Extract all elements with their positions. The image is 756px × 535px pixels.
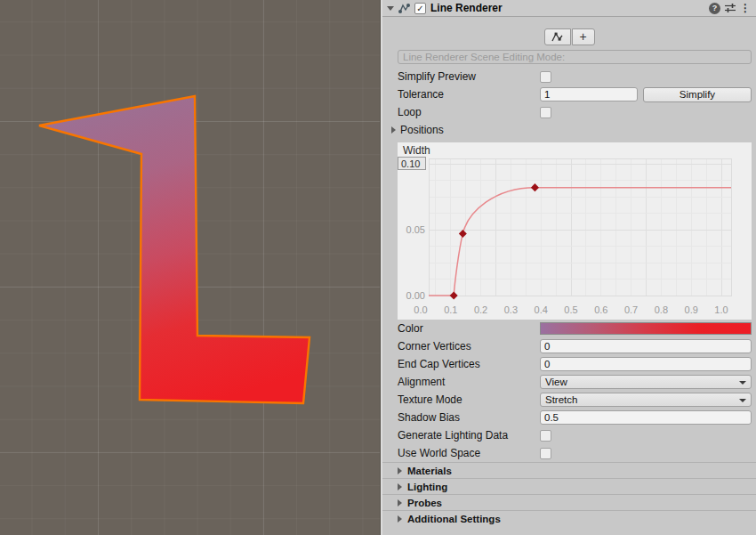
svg-text:0.7: 0.7	[624, 304, 638, 315]
shadow-bias-label: Shadow Bias	[398, 411, 540, 424]
svg-text:0.9: 0.9	[685, 304, 698, 315]
use-world-space-checkbox[interactable]	[540, 448, 551, 459]
color-label: Color	[398, 322, 540, 335]
texture-mode-row: Texture Mode Stretch	[382, 391, 756, 409]
tolerance-input[interactable]: 1	[540, 87, 638, 101]
additional-settings-label: Additional Settings	[407, 514, 501, 524]
texture-mode-dropdown[interactable]: Stretch	[540, 393, 752, 407]
add-point-button[interactable]: +	[572, 28, 595, 45]
component-header[interactable]: ✓ Line Renderer ? ⋮	[382, 0, 756, 17]
scene-view[interactable]	[0, 0, 380, 535]
materials-foldout[interactable]: Materials	[382, 462, 756, 478]
corner-vertices-input[interactable]: 0	[540, 339, 752, 353]
additional-settings-foldout[interactable]: Additional Settings	[382, 510, 756, 526]
alignment-label: Alignment	[398, 376, 540, 388]
svg-text:0.8: 0.8	[655, 304, 668, 315]
positions-label: Positions	[400, 124, 444, 136]
rendered-line-polygon[interactable]	[39, 96, 310, 403]
shadow-bias-input[interactable]: 0.5	[540, 410, 752, 425]
color-gradient-field[interactable]	[540, 322, 752, 335]
corner-vertices-row: Corner Vertices 0	[382, 337, 756, 355]
foldout-open-icon[interactable]	[387, 6, 394, 11]
shadow-bias-row: Shadow Bias 0.5	[382, 409, 756, 426]
scene-editing-mode-field: Line Renderer Scene Editing Mode:	[398, 50, 752, 64]
generate-lighting-data-checkbox[interactable]	[540, 430, 551, 442]
scene-tools: +	[382, 28, 756, 45]
foldout-closed-icon	[398, 467, 402, 474]
simplify-preview-label: Simplify Preview	[398, 70, 540, 83]
width-curve-editor[interactable]: 0.00.10.20.30.40.50.60.70.80.91.00.050.0…	[398, 142, 752, 320]
simplify-preview-row: Simplify Preview	[382, 68, 756, 85]
inspector-panel: ✓ Line Renderer ? ⋮ + Line Render	[382, 0, 756, 535]
unity-editor: ✓ Line Renderer ? ⋮ + Line Render	[0, 0, 756, 535]
color-row: Color	[382, 320, 756, 337]
width-graph-title: Width	[403, 144, 430, 157]
foldout-closed-icon	[398, 483, 402, 490]
edit-points-button[interactable]	[544, 28, 571, 45]
simplify-preview-checkbox[interactable]	[540, 71, 551, 83]
svg-text:0.5: 0.5	[564, 304, 577, 315]
tolerance-row: Tolerance 1 Simplify	[382, 85, 756, 103]
probes-label: Probes	[407, 498, 442, 508]
presets-icon[interactable]	[724, 2, 736, 14]
texture-mode-label: Texture Mode	[398, 393, 540, 406]
foldout-closed-icon	[398, 515, 402, 523]
use-world-space-row: Use World Space	[382, 444, 756, 462]
alignment-dropdown[interactable]: View	[540, 375, 752, 389]
materials-label: Materials	[407, 466, 452, 476]
context-menu-icon[interactable]: ⋮	[740, 3, 751, 14]
svg-text:0.3: 0.3	[504, 304, 518, 315]
component-title: Line Renderer	[430, 2, 503, 14]
svg-text:1.0: 1.0	[714, 304, 728, 315]
foldout-closed-icon	[398, 499, 402, 507]
svg-text:0.00: 0.00	[406, 290, 425, 301]
end-cap-vertices-input[interactable]: 0	[540, 357, 752, 371]
svg-text:0.1: 0.1	[444, 304, 457, 315]
loop-row: Loop	[382, 103, 756, 121]
svg-text:0.6: 0.6	[594, 304, 607, 315]
probes-foldout[interactable]: Probes	[382, 494, 756, 510]
positions-foldout[interactable]: Positions	[382, 121, 756, 139]
line-renderer-shape[interactable]	[0, 0, 380, 535]
edit-path-icon	[551, 31, 565, 44]
simplify-button[interactable]: Simplify	[643, 87, 752, 102]
loop-checkbox[interactable]	[540, 107, 551, 118]
end-cap-vertices-row: End Cap Vertices 0	[382, 355, 756, 373]
svg-text:0.05: 0.05	[406, 224, 425, 235]
end-cap-vertices-label: End Cap Vertices	[398, 358, 540, 370]
component-enabled-checkbox[interactable]: ✓	[414, 3, 426, 14]
loop-label: Loop	[398, 106, 540, 118]
generate-lighting-data-row: Generate Lighting Data	[382, 426, 756, 444]
line-renderer-icon	[398, 2, 411, 15]
foldout-closed-icon	[391, 126, 396, 134]
svg-text:0.4: 0.4	[535, 304, 548, 315]
width-max-field: 0.10	[401, 158, 420, 169]
alignment-row: Alignment View	[382, 373, 756, 391]
generate-lighting-data-label: Generate Lighting Data	[398, 429, 540, 442]
lighting-foldout[interactable]: Lighting	[382, 478, 756, 494]
use-world-space-label: Use World Space	[398, 447, 540, 459]
corner-vertices-label: Corner Vertices	[398, 340, 540, 353]
svg-text:0.0: 0.0	[414, 304, 427, 315]
tolerance-label: Tolerance	[398, 88, 540, 101]
svg-text:0.2: 0.2	[474, 304, 487, 315]
help-icon[interactable]: ?	[709, 3, 720, 14]
lighting-label: Lighting	[407, 482, 447, 492]
